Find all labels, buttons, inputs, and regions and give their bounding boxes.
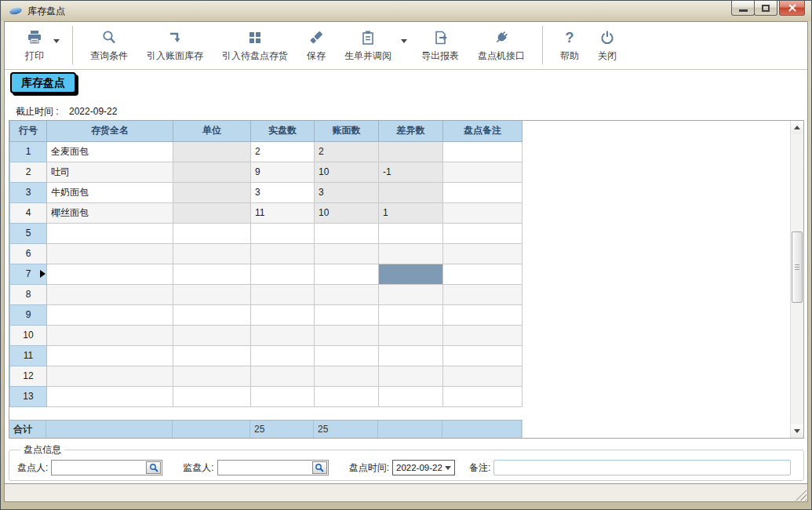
row-number-cell[interactable]: 11 <box>10 345 47 366</box>
cell-name[interactable] <box>47 304 173 325</box>
toolbar-button-help[interactable]: ?帮助 <box>551 22 588 69</box>
cell-unit[interactable] <box>173 202 251 223</box>
column-header-row_no[interactable]: 行号 <box>10 121 47 141</box>
cell-actual[interactable]: 3 <box>251 182 315 202</box>
cell-note[interactable] <box>443 182 523 202</box>
tab-stocktake[interactable]: 库存盘点 <box>10 72 76 93</box>
cell-note[interactable] <box>443 345 523 366</box>
cell-diff[interactable] <box>379 243 443 264</box>
cell-name[interactable]: 椰丝面包 <box>47 202 173 223</box>
cell-diff[interactable] <box>379 345 443 366</box>
cell-book[interactable]: 10 <box>315 162 379 182</box>
cell-book[interactable] <box>315 366 379 386</box>
maximize-button[interactable] <box>754 1 777 16</box>
cell-book[interactable] <box>315 386 379 406</box>
cell-book[interactable]: 3 <box>315 182 379 202</box>
cell-unit[interactable] <box>173 162 251 182</box>
cell-name[interactable] <box>47 366 173 386</box>
cell-unit[interactable] <box>173 366 251 386</box>
scroll-up-button[interactable] <box>791 121 803 134</box>
cell-unit[interactable] <box>173 325 251 345</box>
cell-diff[interactable] <box>379 366 443 386</box>
close-button[interactable] <box>779 1 805 16</box>
cell-actual[interactable] <box>251 223 315 243</box>
cell-name[interactable] <box>47 223 173 243</box>
cell-note[interactable] <box>443 141 523 162</box>
toolbar-button-query-conditions[interactable]: 查询条件 <box>81 22 137 69</box>
toolbar-button-save[interactable]: 保存 <box>297 22 335 69</box>
row-number-cell[interactable]: 3 <box>10 182 47 202</box>
supervisor-input[interactable] <box>218 461 311 475</box>
cell-diff[interactable] <box>379 141 443 162</box>
vertical-scrollbar[interactable] <box>790 121 803 438</box>
column-header-note[interactable]: 盘点备注 <box>443 121 523 141</box>
cell-name[interactable]: 吐司 <box>47 162 173 182</box>
note-input[interactable] <box>493 460 791 475</box>
cell-name[interactable]: 牛奶面包 <box>47 182 173 202</box>
cell-name[interactable]: 全麦面包 <box>47 141 173 162</box>
cell-diff[interactable] <box>379 223 443 243</box>
cell-unit[interactable] <box>173 284 251 304</box>
cell-actual[interactable] <box>251 325 315 345</box>
cell-note[interactable] <box>443 202 523 223</box>
cell-book[interactable] <box>315 325 379 345</box>
cell-note[interactable] <box>443 223 523 243</box>
cell-unit[interactable] <box>173 182 251 202</box>
toolbar-button-close[interactable]: 关闭 <box>588 22 626 69</box>
cell-book[interactable] <box>315 264 379 284</box>
toolbar-button-import-book-inventory[interactable]: 引入账面库存 <box>137 22 213 69</box>
toolbar-button-import-pending-stock[interactable]: 引入待盘点存货 <box>213 22 297 69</box>
cell-unit[interactable] <box>173 243 251 264</box>
cell-actual[interactable]: 11 <box>251 202 315 223</box>
cell-actual[interactable]: 9 <box>251 162 315 182</box>
cell-actual[interactable] <box>251 345 315 366</box>
taker-lookup-button[interactable] <box>146 461 161 474</box>
cell-name[interactable] <box>47 243 173 264</box>
toolbar-button-stocktake-device-interface[interactable]: 盘点机接口 <box>468 22 534 69</box>
column-header-book[interactable]: 账面数 <box>315 121 379 141</box>
cell-name[interactable] <box>47 284 173 304</box>
cell-book[interactable] <box>315 284 379 304</box>
row-number-cell[interactable]: 8 <box>10 284 47 304</box>
row-number-cell[interactable]: 6 <box>10 243 47 264</box>
cell-book[interactable]: 2 <box>315 141 379 162</box>
dropdown-arrow-icon[interactable] <box>401 22 412 69</box>
cell-diff[interactable]: 1 <box>379 202 443 223</box>
cell-actual[interactable] <box>251 304 315 325</box>
cell-note[interactable] <box>443 304 523 325</box>
cell-diff[interactable] <box>379 264 443 284</box>
toolbar-button-create-and-view-doc[interactable]: 生单并调阅 <box>335 22 401 69</box>
cell-unit[interactable] <box>173 386 251 406</box>
cell-note[interactable] <box>443 264 523 284</box>
cell-unit[interactable] <box>173 264 251 284</box>
row-number-cell[interactable]: 1 <box>10 141 47 162</box>
row-number-cell[interactable]: 12 <box>10 366 47 386</box>
taker-input[interactable] <box>52 461 144 475</box>
cell-actual[interactable] <box>251 366 315 386</box>
cell-actual[interactable] <box>251 243 315 264</box>
column-header-name[interactable]: 存货全名 <box>47 121 173 141</box>
resize-grip[interactable] <box>796 490 807 501</box>
cell-actual[interactable] <box>251 386 315 406</box>
cell-diff[interactable]: -1 <box>379 162 443 182</box>
cell-book[interactable]: 10 <box>315 202 379 223</box>
cell-unit[interactable] <box>173 304 251 325</box>
cell-actual[interactable] <box>251 264 315 284</box>
dropdown-arrow-icon[interactable] <box>53 22 64 69</box>
cell-diff[interactable] <box>379 284 443 304</box>
row-number-cell[interactable]: 9 <box>10 304 47 325</box>
cell-book[interactable] <box>315 223 379 243</box>
cell-name[interactable] <box>47 345 173 366</box>
scroll-down-button[interactable] <box>791 424 803 438</box>
column-header-actual[interactable]: 实盘数 <box>251 121 315 141</box>
cell-note[interactable] <box>443 284 523 304</box>
row-number-cell[interactable]: 4 <box>10 202 47 223</box>
cell-unit[interactable] <box>173 141 251 162</box>
stocktake-date-combobox[interactable]: 2022-09-22 <box>392 460 455 475</box>
cell-book[interactable] <box>315 304 379 325</box>
cell-unit[interactable] <box>173 223 251 243</box>
cell-actual[interactable] <box>251 284 315 304</box>
cell-note[interactable] <box>443 162 523 182</box>
cell-diff[interactable] <box>379 325 443 345</box>
cell-name[interactable] <box>47 325 173 345</box>
